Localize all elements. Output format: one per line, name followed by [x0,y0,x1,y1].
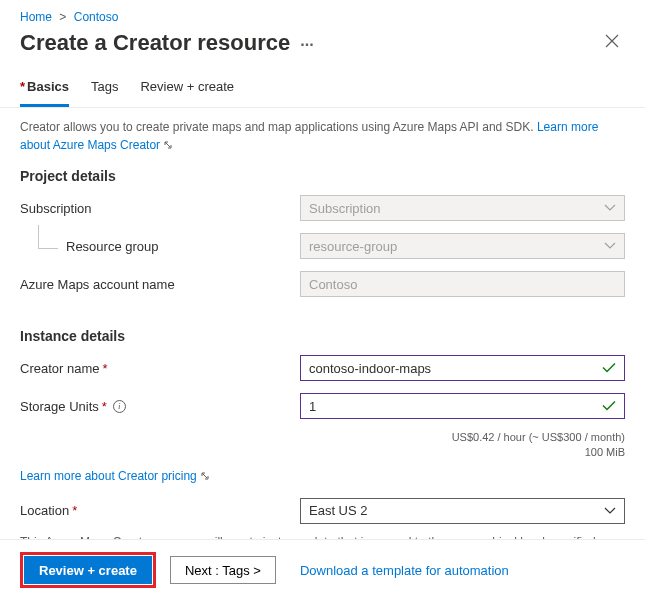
learn-more-pricing-link[interactable]: Learn more about Creator pricing [20,469,210,483]
location-label: Location* [20,503,300,518]
breadcrumb-home[interactable]: Home [20,10,52,24]
review-button-highlight: Review + create [20,552,156,588]
subscription-label: Subscription [20,201,300,216]
review-create-button[interactable]: Review + create [24,556,152,584]
creator-name-input[interactable]: contoso-indoor-maps [300,355,625,381]
chevron-down-icon [604,507,616,515]
checkmark-icon [602,401,616,412]
checkmark-icon [602,363,616,374]
resource-group-select[interactable]: resource-group [300,233,625,259]
info-icon[interactable]: i [113,400,126,413]
more-actions-icon[interactable]: ··· [300,36,313,54]
resource-group-label: Resource group [20,239,300,254]
external-link-icon [163,140,173,150]
intro-text: Creator allows you to create private map… [20,118,625,154]
next-tags-button[interactable]: Next : Tags > [170,556,276,584]
tab-basics[interactable]: *Basics [20,71,69,107]
tab-review[interactable]: Review + create [140,71,234,107]
breadcrumb-separator: > [59,10,66,24]
external-link-icon [200,471,210,481]
download-template-link[interactable]: Download a template for automation [300,563,509,578]
close-button[interactable] [599,28,625,57]
breadcrumb: Home > Contoso [0,0,645,28]
page-title: Create a Creator resource ··· [20,30,314,56]
chevron-down-icon [604,242,616,250]
subscription-select[interactable]: Subscription [300,195,625,221]
storage-units-input[interactable]: 1 [300,393,625,419]
breadcrumb-contoso[interactable]: Contoso [74,10,119,24]
location-select[interactable]: East US 2 [300,498,625,524]
tab-bar: *Basics Tags Review + create [0,71,645,108]
account-name-label: Azure Maps account name [20,277,300,292]
footer-bar: Review + create Next : Tags > Download a… [0,539,645,600]
storage-units-label: Storage Units* i [20,399,300,414]
instance-details-heading: Instance details [20,328,625,344]
creator-name-label: Creator name* [20,361,300,376]
chevron-down-icon [604,204,616,212]
pricing-info: US$0.42 / hour (~ US$300 / month) 100 Mi… [20,430,625,461]
tab-tags[interactable]: Tags [91,71,118,107]
account-name-field: Contoso [300,271,625,297]
project-details-heading: Project details [20,168,625,184]
